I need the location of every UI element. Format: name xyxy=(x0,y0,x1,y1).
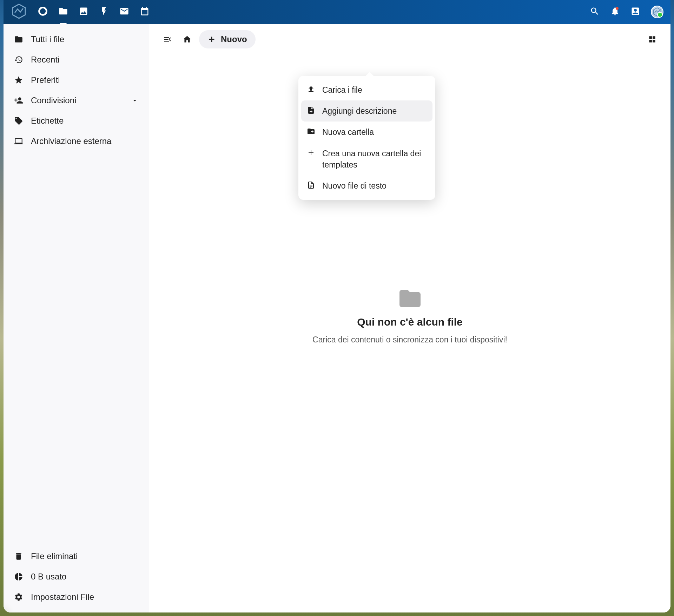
sidebar-item-tags[interactable]: Etichette xyxy=(4,111,149,131)
notifications-icon[interactable] xyxy=(610,6,620,18)
sidebar: Tutti i file Recenti Preferiti Condivisi… xyxy=(4,24,149,612)
dropdown-new-template-folder[interactable]: Crea una nuova cartella dei templates xyxy=(298,143,435,175)
sidebar-item-label: Archiviazione esterna xyxy=(31,136,111,146)
dropdown-upload[interactable]: Carica i file xyxy=(298,79,435,100)
files-app-icon[interactable] xyxy=(58,6,68,18)
sidebar-item-shares[interactable]: Condivisioni xyxy=(4,90,149,111)
folder-add-icon xyxy=(307,127,315,136)
dashboard-icon[interactable] xyxy=(38,6,48,18)
tag-icon xyxy=(14,116,23,125)
dropdown-item-label: Aggiungi descrizione xyxy=(322,105,397,117)
sidebar-item-label: Tutti i file xyxy=(31,34,64,44)
share-icon xyxy=(14,96,23,105)
main-content: Nuovo Carica i file Aggiungi descrizione… xyxy=(149,24,670,612)
empty-subtitle: Carica dei contenuti o sincronizza con i… xyxy=(312,335,507,345)
app-logo-icon[interactable] xyxy=(11,3,27,21)
empty-title: Qui non c'è alcun file xyxy=(357,316,463,328)
sidebar-item-label: Recenti xyxy=(31,55,59,65)
sidebar-item-label: Condivisioni xyxy=(31,96,76,105)
sidebar-item-label: Impostazioni File xyxy=(31,592,94,602)
star-icon xyxy=(14,76,23,85)
sidebar-item-label: Etichette xyxy=(31,116,64,126)
dropdown-item-label: Nuovo file di testo xyxy=(322,180,386,191)
file-add-icon xyxy=(307,106,315,114)
calendar-app-icon[interactable] xyxy=(140,6,150,18)
plus-icon xyxy=(307,149,315,157)
trash-icon xyxy=(14,552,23,561)
upload-icon xyxy=(307,85,315,93)
sidebar-item-recent[interactable]: Recenti xyxy=(4,50,149,70)
pie-icon xyxy=(14,572,23,581)
sidebar-item-favorites[interactable]: Preferiti xyxy=(4,70,149,90)
sidebar-item-all-files[interactable]: Tutti i file xyxy=(4,29,149,50)
search-icon[interactable] xyxy=(590,6,600,18)
sidebar-item-label: Preferiti xyxy=(31,75,60,85)
svg-point-1 xyxy=(39,8,47,15)
sidebar-item-label: File eliminati xyxy=(31,551,78,561)
chevron-down-icon xyxy=(131,97,139,104)
sidebar-item-label: 0 B usato xyxy=(31,572,66,582)
photos-app-icon[interactable] xyxy=(79,6,88,18)
dropdown-item-label: Carica i file xyxy=(322,84,362,96)
mail-app-icon[interactable] xyxy=(119,6,129,18)
user-avatar[interactable] xyxy=(651,6,663,18)
textfile-icon xyxy=(307,181,315,189)
folder-icon xyxy=(397,288,423,309)
folder-icon xyxy=(14,35,23,44)
activity-app-icon[interactable] xyxy=(99,6,109,18)
dropdown-item-label: Nuova cartella xyxy=(322,126,374,138)
contacts-icon[interactable] xyxy=(630,6,640,18)
sidebar-item-settings[interactable]: Impostazioni File xyxy=(4,587,149,607)
topbar xyxy=(4,0,670,24)
gear-icon xyxy=(14,592,23,602)
external-icon xyxy=(14,137,23,146)
sidebar-item-external[interactable]: Archiviazione esterna xyxy=(4,131,149,151)
history-icon xyxy=(14,55,23,64)
new-dropdown: Carica i file Aggiungi descrizione Nuova… xyxy=(298,76,435,200)
dropdown-item-label: Crea una nuova cartella dei templates xyxy=(322,148,427,170)
dropdown-add-description[interactable]: Aggiungi descrizione xyxy=(301,100,432,122)
dropdown-new-textfile[interactable]: Nuovo file di testo xyxy=(298,175,435,196)
sidebar-item-trash[interactable]: File eliminati xyxy=(4,546,149,566)
sidebar-item-storage[interactable]: 0 B usato xyxy=(4,566,149,587)
dropdown-new-folder[interactable]: Nuova cartella xyxy=(298,122,435,143)
